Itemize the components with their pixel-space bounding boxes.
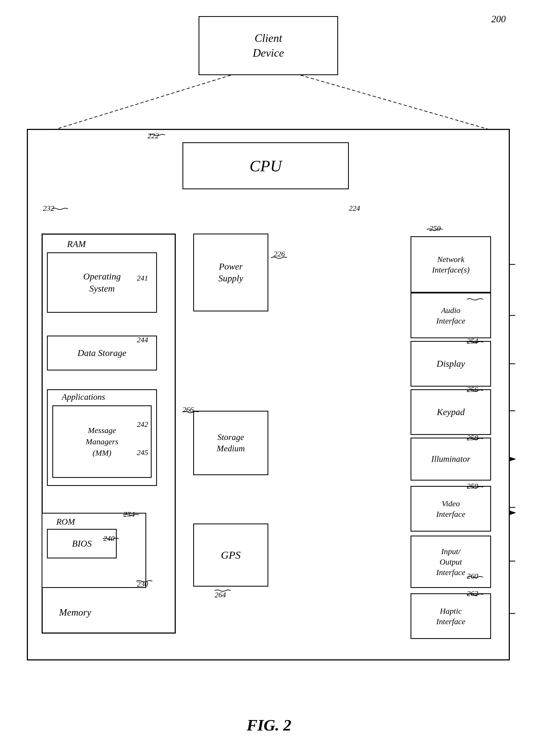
keypad-box: Keypad [410, 389, 491, 435]
ref-258: 258 [467, 434, 478, 442]
ref-256: 256 [467, 385, 478, 394]
storage-medium-label: Storage Medium [217, 432, 245, 454]
storage-medium-box: Storage Medium [193, 411, 268, 475]
illuminator-box: Illuminator [410, 437, 491, 481]
io-label: Input/ Output Interface [436, 546, 465, 577]
haptic-interface-label: Haptic Interface [436, 606, 465, 627]
figure-label: FIG. 2 [246, 716, 292, 734]
ref-222: 222 [147, 132, 159, 140]
client-device-label: Client Device [253, 31, 284, 60]
network-interface-box: Network Interface(s) [410, 236, 491, 293]
ref-230: 230 [137, 580, 148, 589]
audio-interface-label: Audio Interface [436, 305, 465, 326]
keypad-label: Keypad [437, 406, 465, 418]
ref-226: 226 [274, 250, 285, 258]
os-label: Operating System [83, 270, 121, 294]
ref-244: 244 [137, 336, 148, 344]
video-interface-label: Video Interface [436, 498, 465, 519]
gps-box: GPS [193, 524, 268, 587]
bios-label: BIOS [72, 538, 92, 550]
ref-266: 266 [183, 405, 194, 414]
ref-260: 260 [467, 572, 478, 580]
svg-line-3 [48, 75, 231, 132]
ref-232: 232 [43, 204, 54, 213]
ram-label: RAM [67, 239, 86, 249]
memory-bottom-label: Memory [59, 607, 91, 618]
message-managers-box: Message Managers (MM) [52, 405, 152, 478]
ref-250: 250 [429, 224, 441, 233]
ref-240: 240 [103, 534, 115, 543]
cpu-box: CPU [183, 142, 349, 189]
applications-label: Applications [62, 392, 105, 402]
power-supply-label: Power Supply [218, 261, 243, 284]
ref-245: 245 [137, 448, 148, 457]
audio-interface-box: Audio Interface [410, 293, 491, 338]
data-storage-label: Data Storage [78, 347, 126, 359]
rom-label: ROM [56, 517, 75, 527]
illuminator-label: Illuminator [431, 453, 470, 465]
ref-224: 224 [349, 204, 360, 213]
ref-254: 254 [467, 337, 478, 345]
ref-242: 242 [137, 420, 148, 429]
video-interface-box: Video Interface [410, 486, 491, 532]
haptic-interface-box: Haptic Interface [410, 593, 491, 639]
input-output-box: Input/ Output Interface [410, 536, 491, 588]
ref-259: 259 [467, 482, 478, 491]
ref-264: 264 [215, 591, 226, 599]
operating-system-box: Operating System [47, 252, 157, 313]
gps-label: GPS [221, 548, 241, 562]
network-interface-label: Network Interface(s) [432, 254, 469, 275]
mm-label: Message Managers (MM) [85, 425, 118, 459]
ref-241: 241 [137, 274, 148, 282]
diagram-container: 200 Client Device 222 CPU 224 232 250 Po… [0, 0, 538, 756]
cpu-label: CPU [249, 155, 282, 176]
client-device-box: Client Device [198, 16, 338, 75]
display-label: Display [437, 358, 465, 370]
ref-234: 234 [124, 510, 135, 519]
ref-200: 200 [491, 14, 506, 25]
display-box: Display [410, 341, 491, 386]
ref-262: 262 [467, 589, 478, 598]
bios-box: BIOS [47, 529, 117, 558]
power-supply-box: Power Supply [193, 234, 268, 312]
svg-line-4 [300, 75, 496, 132]
